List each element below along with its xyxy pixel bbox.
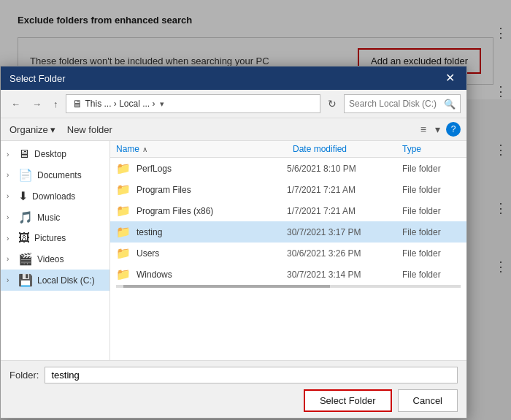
- sidebar-icon-music: 🎵: [18, 210, 33, 224]
- file-name: PerfLogs: [137, 164, 281, 174]
- folder-icon: 📁: [116, 204, 131, 218]
- sidebar-item-music[interactable]: › 🎵 Music: [1, 207, 110, 228]
- file-type: File folder: [402, 227, 461, 237]
- sidebar-icon-videos: 🎬: [18, 252, 33, 266]
- sidebar-label-documents: Documents: [37, 170, 82, 180]
- dialog-content: › 🖥 Desktop › 📄 Documents › ⬇ Downloads …: [1, 141, 466, 360]
- view-button[interactable]: ≡: [418, 122, 429, 137]
- file-date: 5/6/2021 8:10 PM: [287, 164, 396, 174]
- expand-icon-documents: ›: [7, 171, 14, 179]
- file-date: 30/7/2021 3:14 PM: [287, 270, 396, 280]
- file-type: File folder: [402, 206, 461, 216]
- sidebar-item-downloads[interactable]: › ⬇ Downloads: [1, 186, 110, 207]
- sidebar-icon-pictures: 🖼: [18, 232, 30, 245]
- scrollbar-thumb[interactable]: [123, 285, 330, 288]
- sidebar-item-documents[interactable]: › 📄 Documents: [1, 164, 110, 186]
- up-button[interactable]: ↑: [49, 96, 63, 112]
- select-folder-button[interactable]: Select Folder: [304, 389, 392, 412]
- new-folder-button[interactable]: New folder: [64, 123, 115, 137]
- file-type: File folder: [402, 270, 461, 280]
- path-text: This ... › Local ... ›: [85, 99, 155, 109]
- file-name: testing: [137, 227, 281, 237]
- back-button[interactable]: ←: [7, 96, 25, 112]
- organize-toolbar: Organize ▾ New folder ≡ ▾ ?: [1, 118, 466, 141]
- file-rows-container: 📁 PerfLogs 5/6/2021 8:10 PM File folder …: [110, 158, 466, 285]
- folder-input[interactable]: [45, 367, 458, 383]
- file-row[interactable]: 📁 testing 30/7/2021 3:17 PM File folder: [110, 221, 466, 243]
- folder-icon: 📁: [116, 267, 131, 281]
- sidebar-icon-desktop: 🖥: [18, 148, 30, 161]
- sidebar-label-localdisk: Local Disk (C:): [37, 275, 95, 286]
- sidebar-item-pictures[interactable]: › 🖼 Pictures: [1, 228, 110, 248]
- file-list-header: Name ∧ Date modified Type: [110, 141, 466, 158]
- search-icon-button[interactable]: 🔍: [444, 99, 456, 110]
- column-name[interactable]: Name ∧: [116, 144, 293, 154]
- forward-button[interactable]: →: [28, 96, 46, 112]
- refresh-button[interactable]: ↻: [323, 96, 341, 112]
- sidebar-label-music: Music: [37, 213, 60, 223]
- file-row[interactable]: 📁 Program Files 1/7/2021 7:21 AM File fo…: [110, 179, 466, 200]
- sidebar-icon-documents: 📄: [18, 168, 33, 182]
- address-bar[interactable]: 🖥 This ... › Local ... › ▾: [66, 94, 321, 113]
- file-row[interactable]: 📁 PerfLogs 5/6/2021 8:10 PM File folder: [110, 158, 466, 179]
- sidebar-label-pictures: Pictures: [34, 233, 66, 243]
- folder-label: Folder:: [9, 370, 39, 381]
- expand-icon-localdisk: ›: [7, 276, 14, 284]
- file-type: File folder: [402, 164, 461, 174]
- path-computer-icon: 🖥: [72, 98, 82, 110]
- expand-icon-desktop: ›: [7, 150, 14, 159]
- file-row[interactable]: 📁 Windows 30/7/2021 3:14 PM File folder: [110, 264, 466, 285]
- dialog-titlebar: Select Folder ✕: [1, 66, 466, 90]
- sidebar-label-desktop: Desktop: [34, 149, 66, 159]
- footer-buttons: Select Folder Cancel: [9, 389, 458, 412]
- expand-icon-videos: ›: [7, 255, 14, 263]
- organize-dropdown-icon: ▾: [50, 124, 55, 135]
- cancel-button[interactable]: Cancel: [398, 389, 458, 412]
- file-list: Name ∧ Date modified Type 📁 PerfLogs 5/6…: [110, 141, 466, 360]
- sidebar-item-localdisk[interactable]: › 💾 Local Disk (C:): [1, 270, 110, 291]
- column-modified[interactable]: Date modified: [293, 144, 402, 154]
- folder-icon: 📁: [116, 161, 131, 175]
- sidebar-item-videos[interactable]: › 🎬 Videos: [1, 248, 110, 270]
- nav-toolbar: ← → ↑ 🖥 This ... › Local ... › ▾ ↻ 🔍: [1, 90, 466, 118]
- dialog-close-button[interactable]: ✕: [442, 72, 458, 84]
- file-date: 30/6/2021 3:26 PM: [287, 248, 396, 259]
- file-type: File folder: [402, 248, 461, 259]
- sort-arrow-icon: ∧: [142, 145, 147, 153]
- file-name: Program Files (x86): [137, 206, 281, 216]
- sidebar-item-desktop[interactable]: › 🖥 Desktop: [1, 144, 110, 164]
- toolbar2-right: ≡ ▾ ?: [418, 122, 461, 137]
- dialog-footer: Folder: Select Folder Cancel: [1, 360, 466, 418]
- folder-icon: 📁: [116, 225, 131, 239]
- search-box[interactable]: 🔍: [344, 94, 461, 113]
- folder-icon: 📁: [116, 183, 131, 196]
- dialog-title: Select Folder: [9, 73, 66, 84]
- file-row[interactable]: 📁 Users 30/6/2021 3:26 PM File folder: [110, 243, 466, 264]
- sidebar-icon-downloads: ⬇: [18, 189, 28, 203]
- column-type[interactable]: Type: [402, 144, 461, 154]
- scrollbar-indicator: [116, 285, 461, 288]
- organize-button[interactable]: Organize ▾: [7, 123, 58, 137]
- expand-icon-music: ›: [7, 213, 14, 221]
- sidebar-label-videos: Videos: [37, 254, 64, 264]
- path-dropdown-button[interactable]: ▾: [158, 99, 166, 109]
- file-name: Users: [137, 248, 281, 259]
- file-type: File folder: [402, 185, 461, 195]
- file-date: 1/7/2021 7:21 AM: [287, 206, 396, 216]
- sidebar: › 🖥 Desktop › 📄 Documents › ⬇ Downloads …: [1, 141, 110, 360]
- file-row[interactable]: 📁 Program Files (x86) 1/7/2021 7:21 AM F…: [110, 200, 466, 221]
- help-button[interactable]: ?: [446, 122, 461, 137]
- sidebar-label-downloads: Downloads: [32, 191, 75, 202]
- expand-icon-downloads: ›: [7, 192, 14, 200]
- sidebar-icon-localdisk: 💾: [18, 273, 33, 287]
- expand-icon-pictures: ›: [7, 234, 14, 243]
- select-folder-dialog: Select Folder ✕ ← → ↑ 🖥 This ... › Local…: [0, 66, 467, 419]
- folder-field: Folder:: [9, 367, 458, 383]
- view-dropdown-button[interactable]: ▾: [432, 122, 443, 137]
- file-name: Program Files: [137, 185, 281, 195]
- folder-icon: 📁: [116, 246, 131, 260]
- organize-label: Organize: [9, 124, 48, 135]
- file-name: Windows: [137, 270, 281, 280]
- file-date: 1/7/2021 7:21 AM: [287, 185, 396, 195]
- search-input[interactable]: [349, 99, 444, 109]
